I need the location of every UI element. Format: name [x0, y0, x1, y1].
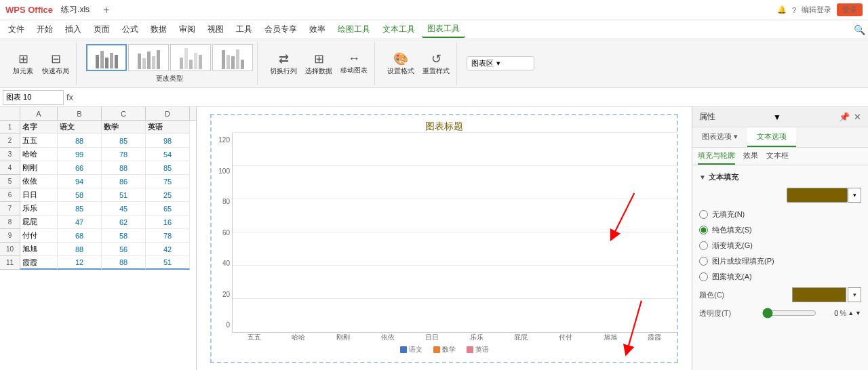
subtab-textbox[interactable]: 文本框	[766, 150, 789, 165]
radio-no-fill[interactable]: 无填充(N)	[699, 209, 861, 220]
radio-solid-fill-input[interactable]	[699, 226, 708, 234]
cell-b11[interactable]: 12	[58, 256, 102, 270]
subtab-fill-outline[interactable]: 填充与轮廓	[698, 150, 735, 165]
menu-draw-tools[interactable]: 绘图工具	[332, 22, 376, 37]
menu-insert[interactable]: 插入	[60, 22, 87, 37]
chart-area-dropdown[interactable]: 图表区 ▾	[467, 56, 534, 70]
col-header-d[interactable]: D	[146, 107, 190, 120]
cell-c10[interactable]: 56	[102, 243, 146, 256]
add-tab-button[interactable]: +	[103, 4, 109, 16]
cell-c4[interactable]: 88	[102, 161, 146, 175]
menu-vip[interactable]: 会员专享	[259, 22, 302, 37]
cell-c11[interactable]: 88	[102, 256, 146, 270]
radio-image-fill-input[interactable]	[699, 257, 708, 266]
cell-a6[interactable]: 日日	[20, 188, 58, 202]
cell-d6[interactable]: 25	[146, 188, 190, 202]
help-icon[interactable]: ?	[792, 6, 796, 14]
reset-style-button[interactable]: ↺ 重置样式	[420, 50, 452, 77]
color-swatch-small[interactable]	[792, 287, 846, 302]
color-small-dropdown[interactable]: ▾	[848, 287, 861, 302]
chart-thumb-3[interactable]	[170, 44, 211, 71]
menu-formula[interactable]: 公式	[117, 22, 144, 37]
radio-no-fill-input[interactable]	[699, 210, 708, 219]
close-icon[interactable]: ✕	[854, 112, 861, 122]
radio-gradient-fill-input[interactable]	[699, 241, 708, 250]
cell-a3[interactable]: 哈哈	[20, 148, 58, 161]
menu-chart-tools[interactable]: 图表工具	[422, 21, 465, 38]
cell-c1[interactable]: 数学	[102, 121, 146, 134]
menu-view[interactable]: 视图	[202, 22, 229, 37]
radio-gradient-fill[interactable]: 渐变填充(G)	[699, 241, 861, 251]
formula-input[interactable]	[76, 93, 865, 102]
notification-icon[interactable]: 🔔	[777, 5, 787, 14]
cell-b10[interactable]: 88	[58, 243, 102, 256]
radio-pattern-fill[interactable]: 图案填充(A)	[699, 272, 861, 282]
cell-d8[interactable]: 16	[146, 215, 190, 229]
chart-container[interactable]: 图表标题 120 100 80 60 40 20 0	[197, 107, 692, 370]
cell-d4[interactable]: 85	[146, 161, 190, 175]
color-swatch-dropdown[interactable]: ▾	[848, 188, 861, 203]
cell-d10[interactable]: 42	[146, 243, 190, 256]
cell-c9[interactable]: 58	[102, 229, 146, 243]
function-icon[interactable]: fx	[66, 92, 73, 102]
cell-d3[interactable]: 54	[146, 148, 190, 161]
col-header-a[interactable]: A	[20, 107, 58, 120]
cell-a7[interactable]: 乐乐	[20, 202, 58, 215]
transparency-slider[interactable]	[762, 308, 816, 318]
menu-text-tools[interactable]: 文本工具	[377, 22, 420, 37]
search-icon[interactable]: 🔍	[854, 24, 865, 35]
cell-b2[interactable]: 88	[58, 134, 102, 148]
cell-d9[interactable]: 78	[146, 229, 190, 243]
cell-d5[interactable]: 75	[146, 175, 190, 188]
cell-d11[interactable]: 51	[146, 256, 190, 270]
chart-thumb-4[interactable]	[212, 44, 253, 71]
menu-start[interactable]: 开始	[31, 22, 58, 37]
cell-b1[interactable]: 语文	[58, 121, 102, 134]
cell-a11[interactable]: 霞霞	[20, 256, 58, 270]
signin-button[interactable]: 登录	[837, 3, 863, 16]
subtab-effects[interactable]: 效果	[743, 150, 758, 165]
cell-b9[interactable]: 68	[58, 229, 102, 243]
cell-d1[interactable]: 英语	[146, 121, 190, 134]
quick-layout-button[interactable]: ⊟ 快速布局	[39, 50, 72, 77]
menu-file[interactable]: 文件	[3, 22, 30, 37]
cell-a8[interactable]: 屁屁	[20, 215, 58, 229]
cell-b7[interactable]: 85	[58, 202, 102, 215]
menu-tools[interactable]: 工具	[231, 22, 258, 37]
menu-review[interactable]: 审阅	[174, 22, 201, 37]
set-format-button[interactable]: 🎨 设置格式	[384, 50, 417, 77]
radio-solid-fill[interactable]: 纯色填充(S)	[699, 225, 861, 235]
cell-c8[interactable]: 62	[102, 215, 146, 229]
tab-chart-options[interactable]: 图表选项 ▾	[692, 127, 747, 147]
switch-row-col-button[interactable]: ⇄ 切换行列	[267, 50, 300, 77]
menu-efficiency[interactable]: 效率	[304, 22, 331, 37]
menu-data[interactable]: 数据	[145, 22, 172, 37]
color-swatch-main[interactable]	[787, 188, 848, 203]
cell-c7[interactable]: 45	[102, 202, 146, 215]
cell-a1[interactable]: 名字	[20, 121, 58, 134]
tab-text-options[interactable]: 文本选项	[747, 127, 796, 147]
radio-pattern-fill-input[interactable]	[699, 272, 708, 281]
pin-icon[interactable]: 📌	[839, 112, 850, 122]
cell-b4[interactable]: 66	[58, 161, 102, 175]
menu-page[interactable]: 页面	[88, 22, 115, 37]
add-element-button[interactable]: ⊞ 加元素	[9, 50, 37, 77]
cell-a2[interactable]: 五五	[20, 134, 58, 148]
chart-thumb-2[interactable]	[128, 44, 169, 71]
chart-thumb-1[interactable]	[86, 44, 127, 71]
cell-a9[interactable]: 付付	[20, 229, 58, 243]
cell-d2[interactable]: 98	[146, 134, 190, 148]
transparency-spin-up[interactable]: ▲	[848, 310, 854, 316]
select-data-button[interactable]: ⊞ 选择数据	[302, 50, 335, 77]
col-header-c[interactable]: C	[102, 107, 146, 120]
radio-image-fill[interactable]: 图片或纹理填充(P)	[699, 256, 861, 266]
move-chart-button[interactable]: ↔ 移动图表	[338, 50, 370, 77]
cell-a4[interactable]: 刚刚	[20, 161, 58, 175]
cell-c2[interactable]: 85	[102, 134, 146, 148]
cell-b3[interactable]: 99	[58, 148, 102, 161]
cell-d7[interactable]: 65	[146, 202, 190, 215]
col-header-b[interactable]: B	[58, 107, 102, 120]
cell-c6[interactable]: 51	[102, 188, 146, 202]
transparency-spin-down[interactable]: ▼	[855, 310, 861, 316]
cell-b8[interactable]: 47	[58, 215, 102, 229]
